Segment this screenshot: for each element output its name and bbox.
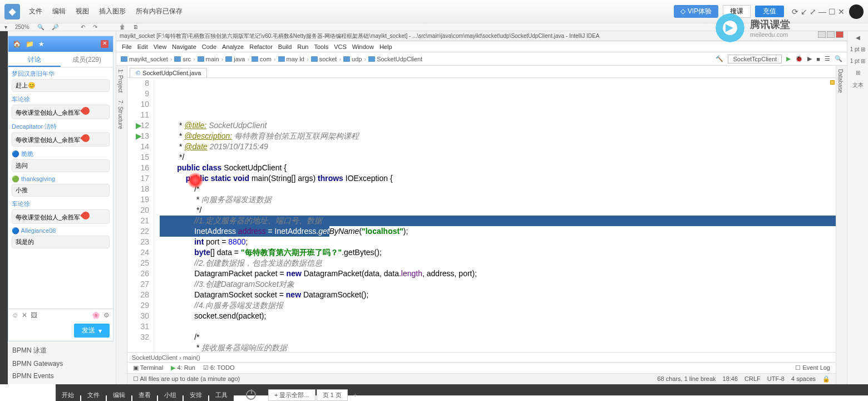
window-control-icon[interactable]: ⟳	[792, 7, 798, 16]
ide-menu-item[interactable]: Refactor	[249, 43, 273, 50]
folder-icon[interactable]: 📁	[26, 40, 34, 48]
emoji-icon[interactable]: ☺	[12, 311, 18, 319]
footer-tab[interactable]: 文件	[81, 389, 106, 401]
minimize-icon[interactable]	[818, 31, 826, 38]
editor-tab[interactable]: © SocketUdpClient.java	[130, 68, 207, 77]
window-control-icon[interactable]: ―	[818, 7, 826, 16]
breadcrumb-item[interactable]: may kt	[278, 56, 304, 62]
footer-tab[interactable]: 查看	[132, 389, 157, 401]
stop-icon[interactable]: ■	[816, 56, 820, 62]
document-icon[interactable]: 🗎	[133, 24, 139, 30]
chat-message: 🔵 脆脆选问	[12, 150, 110, 172]
show-all-button[interactable]: + 显示全部...	[268, 389, 315, 401]
structure-icon[interactable]: ☰	[825, 55, 830, 62]
ide-right-toolwindow-bar[interactable]: Database Ant Build Maven	[836, 66, 847, 384]
footer-tab[interactable]: 工具	[209, 389, 234, 401]
vip-button[interactable]: ◇ VIP体验	[674, 5, 718, 18]
breadcrumb-item[interactable]: SocketUdpClient	[368, 56, 422, 62]
breadcrumb-item[interactable]: com	[251, 56, 272, 62]
dropdown-icon[interactable]: ▾	[4, 24, 7, 30]
shape-category[interactable]: BPMN Events	[12, 370, 111, 382]
tab-discussion[interactable]: 讨论	[8, 52, 61, 67]
ide-menu-item[interactable]: Code	[202, 43, 216, 50]
app-logo: ◆	[4, 4, 20, 19]
top-menu-item[interactable]: 插入图形	[99, 7, 126, 16]
ide-menu-item[interactable]: VCS	[334, 43, 347, 50]
coverage-icon[interactable]: ▶	[807, 55, 812, 62]
footer-tab[interactable]: 小组	[158, 389, 183, 401]
ide-menu-item[interactable]: Navigate	[172, 43, 196, 50]
ide-menu-item[interactable]: Build	[278, 43, 292, 50]
chat-message: Decapitator·洁特每收课堂创始人_余胜军	[12, 123, 110, 146]
status-encoding[interactable]: UTF-8	[767, 375, 785, 383]
zoom-in-icon[interactable]: 🔍	[37, 24, 44, 30]
top-menu-item[interactable]: 视图	[76, 7, 89, 16]
shape-category[interactable]: BPMN 泳道	[12, 344, 111, 358]
breadcrumb-item[interactable]: socket	[311, 56, 337, 62]
window-control-icon[interactable]: ☐	[828, 7, 836, 16]
send-button[interactable]: 发送▾	[74, 324, 110, 338]
home-icon[interactable]: 🏠	[13, 40, 21, 48]
star-icon[interactable]: ★	[38, 40, 45, 48]
footer-tab[interactable]: 安排	[184, 389, 208, 401]
ide-menu-item[interactable]: File	[122, 43, 132, 50]
eventlog-tool-button[interactable]: ☐ Event Log	[795, 364, 830, 371]
ide-left-toolwindow-bar[interactable]: 1: Project 7: Structure	[116, 66, 127, 384]
close-icon[interactable]: ✕	[101, 40, 108, 48]
top-menu-item[interactable]: 编辑	[52, 7, 66, 16]
top-menu-item[interactable]: 所有内容已保存	[136, 7, 183, 16]
run-icon[interactable]: ▶	[786, 55, 791, 62]
breadcrumb-item[interactable]: main	[198, 56, 219, 62]
shape-category[interactable]: BPMN Gateways	[12, 358, 111, 370]
window-control-icon[interactable]: ✕	[838, 7, 845, 16]
breadcrumb-item[interactable]: src	[174, 56, 191, 62]
debug-icon[interactable]: 🐞	[795, 55, 803, 62]
footer-tab[interactable]: 编辑	[107, 389, 131, 401]
code-editor[interactable]: 891011▶ 12▶ 1314151617181920212223242526…	[127, 78, 836, 352]
run-config-selector[interactable]: SocketTcpClient	[728, 55, 782, 63]
zoom-level[interactable]: 250%	[15, 24, 29, 30]
footer-tab[interactable]: 开始	[56, 389, 80, 401]
window-control-icon[interactable]: ↙	[801, 7, 807, 16]
ide-menu-item[interactable]: Run	[297, 43, 308, 50]
breadcrumb-item[interactable]: java	[225, 56, 245, 62]
folder-icon	[278, 56, 285, 62]
undo-icon[interactable]: ↶	[81, 24, 85, 30]
zoom-out-icon[interactable]: 🔎	[52, 24, 58, 30]
power-icon[interactable]	[246, 390, 256, 400]
ide-menu-item[interactable]: Help	[379, 43, 392, 50]
image-icon[interactable]: 🖼	[31, 311, 37, 319]
status-indent[interactable]: 4 spaces	[791, 375, 816, 383]
editor-breadcrumb[interactable]: SocketUdpClient › main()	[127, 352, 836, 362]
search-icon[interactable]: 🔍	[835, 55, 842, 62]
run-tool-button[interactable]: ▶ 4: Run	[171, 364, 195, 371]
breadcrumb-item[interactable]: mayikt_socket	[121, 56, 168, 62]
flower-icon[interactable]: 🌸	[92, 311, 100, 319]
ide-menu-item[interactable]: Analyze	[222, 43, 244, 50]
status-line-sep[interactable]: CRLF	[744, 375, 761, 383]
page-tab[interactable]: 页 1 页	[317, 389, 348, 401]
ide-bottom-toolbar: ▣ Terminal ▶ 4: Run ☑ 6: TODO ☐ Event Lo…	[127, 362, 836, 373]
nav-back-icon[interactable]: ◀	[856, 35, 860, 41]
ide-menu-item[interactable]: Window	[352, 43, 374, 50]
lock-icon[interactable]: 🔒	[822, 375, 830, 383]
ide-menu-item[interactable]: Tools	[314, 43, 328, 50]
avatar[interactable]	[849, 4, 864, 19]
add-page-icon[interactable]: +	[349, 392, 361, 398]
redo-icon[interactable]: ↷	[93, 24, 97, 30]
close-icon[interactable]	[836, 31, 844, 38]
chat-message-list[interactable]: 梦回汉唐旧年华赶上😊车论徐每收课堂创始人_余胜军 Decapitator·洁特每…	[8, 67, 113, 309]
build-icon[interactable]: 🔨	[716, 55, 723, 62]
terminal-tool-button[interactable]: ▣ Terminal	[133, 364, 163, 371]
gear-icon[interactable]: ⚙	[103, 311, 110, 319]
delete-icon[interactable]: 🗑	[120, 24, 125, 30]
tab-members[interactable]: 成员(229)	[61, 52, 113, 67]
todo-tool-button[interactable]: ☑ 6: TODO	[203, 364, 235, 371]
breadcrumb-item[interactable]: udp	[343, 56, 362, 62]
window-control-icon[interactable]: ⤢	[810, 7, 816, 16]
ide-menu-item[interactable]: View	[154, 43, 167, 50]
clear-icon[interactable]: ✕	[22, 311, 27, 319]
ide-menu-item[interactable]: Edit	[137, 43, 148, 50]
top-menu-item[interactable]: 文件	[29, 7, 42, 16]
maximize-icon[interactable]	[827, 31, 835, 38]
